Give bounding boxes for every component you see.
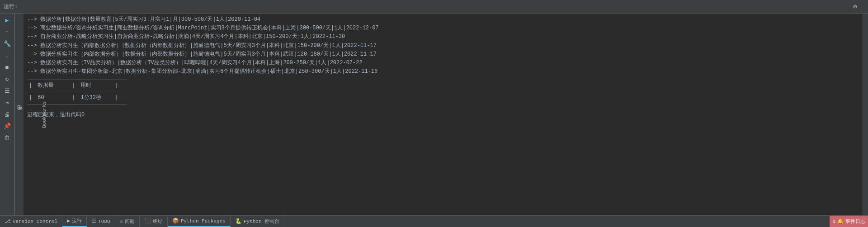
python-console-tab[interactable]: 🐍 Python 控制台 [231,216,284,227]
terminal-icon: ⬛ [144,218,151,225]
indent-button[interactable]: ⇥ [1,98,13,108]
run-tab[interactable]: ▶ 运行 [62,216,87,227]
python-console-label: Python 控制台 [244,218,279,225]
event-icon: 🔔 [837,218,844,224]
minimize-icon[interactable]: — [861,3,864,10]
console-line-1: --> 商业数据分析/咨询分析实习生|商业数据分析/咨询分析|MarcPoint… [27,24,859,33]
table-header-time: 用时 [77,81,113,91]
side-panel-labels: 结构 Bookmarks [14,14,24,215]
event-label: 事件日志 [845,218,865,225]
trash-button[interactable]: 🗑 [1,133,13,143]
result-table: | 数据量 | 用时 | | 60 | 1分32秒 | [27,79,859,105]
wrench-button[interactable]: 🔧 [1,39,13,49]
version-control-tab[interactable]: ⎇ Version Control [0,216,62,227]
status-right: 1 🔔 事件日志 [830,216,868,227]
todo-icon: ☰ [91,218,96,225]
scrollbar[interactable] [863,14,868,215]
main-area: ▶ ↑ 🔧 ↓ ■ ↻ ☰ ⇥ 🖨 📌 🗑 结构 Bookmarks --> 数… [0,14,868,215]
print-button[interactable]: 🖨 [1,109,13,119]
console-line-3: --> 数据分析实习生（内部数据分析）|数据分析（内部数据分析）|施耐德电气|5… [27,42,859,50]
table-header-row: | 数据量 | 用时 | [27,81,859,91]
event-badge[interactable]: 1 🔔 事件日志 [830,216,868,227]
pin-button[interactable]: 📌 [1,121,13,131]
scroll-up-button[interactable]: ↑ [1,27,13,37]
console-output[interactable]: --> 数据分析|数据分析|数量教育|5天/周实习3|月实习1|月|300-50… [24,14,863,215]
problems-tab[interactable]: ⚠ 问题 [115,216,140,227]
terminal-label: 终结 [153,218,163,225]
table-mid-divider [27,92,127,92]
event-count: 1 [832,219,835,224]
settings-icon[interactable]: ⚙ [853,3,857,10]
status-bar: ⎇ Version Control ▶ 运行 ☰ TODO ⚠ 问题 ⬛ 终结 … [0,215,868,227]
python-packages-icon: 📦 [172,218,179,224]
console-line-2: --> 自营商业分析-战略分析实习生|自营商业分析-战略分析|滴滴|4天/周实习… [27,33,859,41]
problems-icon: ⚠ [120,218,123,225]
run-icon: ▶ [67,218,70,224]
python-packages-label: Python Packages [181,218,226,224]
list-button[interactable]: ☰ [1,86,13,96]
scroll-down-button[interactable]: ↓ [1,51,13,61]
terminal-tab[interactable]: ⬛ 终结 [140,216,168,227]
stop-button[interactable]: ■ [1,62,13,72]
table-header-data: 数据量 [34,81,70,91]
run-tab-label: 运行 [72,218,82,224]
table-data-row: | 60 | 1分32秒 | [27,93,859,103]
table-top-divider [27,80,127,80]
top-bar: 运行: ⚙ — [0,0,868,14]
console-line-0: --> 数据分析|数据分析|数量教育|5天/周实习3|月实习1|月|300-50… [27,15,859,24]
bookmarks-label: Bookmarks [42,101,47,128]
problems-label: 问题 [125,218,135,225]
console-line-4: --> 数据分析实习生（内部数据分析）|数据分析（内部数据分析）|施耐德电气|5… [27,50,859,59]
console-line-5: --> 数据分析实习生（TV品类分析）|数据分析（TV品类分析）|哔哩哔哩|4天… [27,59,859,67]
rerun-button[interactable]: ↻ [1,74,13,84]
top-bar-icons: ⚙ — [853,3,864,10]
todo-tab[interactable]: ☰ TODO [87,216,115,227]
table-cell-time: 1分32秒 [77,93,113,103]
play-button[interactable]: ▶ [1,15,13,25]
python-packages-tab[interactable]: 📦 Python Packages [168,216,231,227]
left-toolbar: ▶ ↑ 🔧 ↓ ■ ↻ ☰ ⇥ 🖨 📌 🗑 [0,14,14,215]
version-control-label: Version Control [13,219,57,224]
todo-label: TODO [98,219,110,224]
run-label: 运行: [4,3,18,10]
version-control-icon: ⎇ [5,218,11,225]
table-cell-count: 60 [34,93,70,103]
process-end-message: 进程已结束，退出代码0 [27,111,859,118]
console-line-6: --> 数据分析实习生-集团分析部-北京|数据分析-集团分析部-北京|滴滴|实习… [27,67,859,76]
python-console-icon: 🐍 [235,218,242,225]
